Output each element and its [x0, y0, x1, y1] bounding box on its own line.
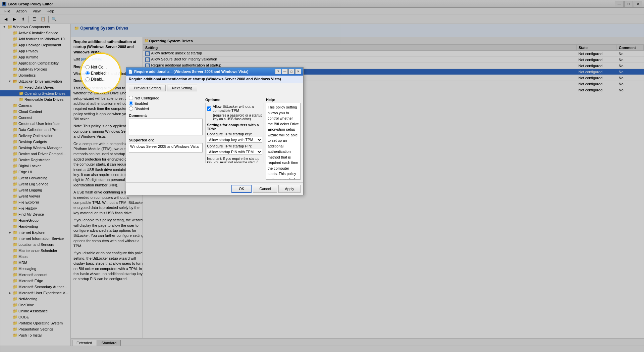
- menu-view[interactable]: View: [30, 8, 43, 14]
- col-setting[interactable]: Setting: [143, 45, 577, 51]
- col-state[interactable]: State: [577, 45, 617, 51]
- tree-item-event-viewer[interactable]: ▶ 📁 Event Viewer: [0, 193, 70, 199]
- col-comment[interactable]: Comment: [617, 45, 644, 51]
- modal-minimize-button[interactable]: —: [282, 69, 288, 74]
- cancel-button[interactable]: Cancel: [253, 185, 277, 193]
- tree-item-file-history[interactable]: ▶ 📁 File History: [0, 205, 70, 211]
- tree-item-app-privacy[interactable]: ▶ 📁 App Privacy: [0, 48, 70, 54]
- tree-item-internet-explorer[interactable]: ▶ 📁 Internet Explorer: [0, 229, 70, 235]
- prev-setting-button[interactable]: Previous Setting: [129, 85, 166, 91]
- forward-button[interactable]: ▶: [10, 15, 18, 23]
- tree-item-oobe[interactable]: ▶ 📁 OOBE: [0, 314, 70, 320]
- tpm-pin-dropdown[interactable]: Allow startup PIN with TPM Require start…: [207, 149, 262, 155]
- tree-item-digital-locker[interactable]: ▶ 📁 Digital Locker: [0, 163, 70, 169]
- tree-root-windows-components[interactable]: ▼ 📁 Windows Components: [0, 24, 70, 30]
- tree-item-app-runtime[interactable]: ▶ 📁 App runtime: [0, 54, 70, 60]
- tree-item-delivery-opt[interactable]: ▶ 📁 Delivery Optimization: [0, 133, 70, 139]
- radio-enabled[interactable]: [129, 101, 133, 105]
- tree-label: File History: [18, 206, 37, 210]
- tree-item-add-features[interactable]: ▶ 📁 Add features to Windows 10: [0, 36, 70, 42]
- tree-item-device-reg[interactable]: ▶ 📁 Device Registration: [0, 157, 70, 163]
- tree-item-os-drives[interactable]: ▶ 📁 Operating System Drives: [0, 90, 70, 96]
- filter-button[interactable]: 🔍: [50, 15, 58, 23]
- policy-setting-link[interactable]: policy setting: [81, 57, 102, 61]
- tab-extended[interactable]: Extended: [72, 340, 96, 346]
- tree-item-edge-ui[interactable]: ▶ 📁 Edge UI: [0, 169, 70, 175]
- tree-item-event-fwd[interactable]: ▶ 📁 Event Forwarding: [0, 175, 70, 181]
- radio-disabled[interactable]: [129, 106, 133, 111]
- tree-item-desktop-window[interactable]: ▶ 📁 Desktop Window Manager: [0, 145, 70, 151]
- radio-not-configured-row[interactable]: Not Configured: [129, 96, 203, 100]
- folder-icon: 📁: [12, 145, 18, 150]
- close-button[interactable]: ✕: [634, 1, 642, 7]
- modal-title-bar: 📄 Require additional a... (Windows Serve…: [126, 68, 303, 76]
- tree-item-netmeeting[interactable]: ▶ 📁 NetMeeting: [0, 296, 70, 302]
- tree-item-data-collection[interactable]: ▶ 📁 Data Collection and Pre...: [0, 127, 70, 133]
- radio-enabled-row[interactable]: Enabled: [129, 101, 203, 105]
- tree-item-internet-info[interactable]: ▶ 📁 Internet Information Service: [0, 235, 70, 241]
- tree-item-autoplay[interactable]: ▶ 📁 AutoPlay Policies: [0, 66, 70, 72]
- tree-label: Location and Sensors: [18, 243, 54, 247]
- tree-item-app-compat[interactable]: ▶ 📁 Application Compatibility: [0, 60, 70, 66]
- up-button[interactable]: ⬆: [19, 15, 27, 23]
- tree-item-find-my-device[interactable]: ▶ 📁 Find My Device: [0, 211, 70, 217]
- tpm-startup-dropdown[interactable]: Allow startup key with TPM Require start…: [207, 137, 262, 143]
- bitlocker-checkbox-row[interactable]: Allow BitLocker without a compatible TPM: [207, 104, 262, 113]
- tree-item-file-explorer[interactable]: ▶ 📁 File Explorer: [0, 199, 70, 205]
- maximize-button[interactable]: □: [624, 1, 633, 7]
- tree-item-mdm[interactable]: ▶ 📁 MDM: [0, 260, 70, 266]
- table-row[interactable]: 📄Allow network unlock at startup Not con…: [143, 51, 644, 57]
- tree-item-fixed-data[interactable]: ▶ 📁 Fixed Data Drives: [0, 84, 70, 90]
- tree-item-activex[interactable]: ▶ 📁 ActiveX Installer Service: [0, 30, 70, 36]
- modal-maximize-button[interactable]: □: [288, 69, 294, 74]
- tree-item-ms-secondary[interactable]: ▶ 📁 Microsoft Secondary Auther...: [0, 284, 70, 290]
- modal-close-button[interactable]: ✕: [295, 69, 301, 74]
- tree-item-handwriting[interactable]: ▶ 📁 Handwriting: [0, 223, 70, 229]
- expand-icon: ▼: [7, 79, 12, 84]
- tree-item-biometrics[interactable]: ▶ 📁 Biometrics: [0, 72, 70, 78]
- tree-item-online-assist[interactable]: ▶ 📁 Online Assistance: [0, 308, 70, 314]
- radio-not-configured[interactable]: [129, 96, 133, 100]
- tree-item-location-sensors[interactable]: ▶ 📁 Location and Sensors: [0, 241, 70, 248]
- tree-item-credential-ui[interactable]: ▶ 📁 Credential User Interface: [0, 121, 70, 127]
- menu-help[interactable]: Help: [44, 8, 57, 14]
- properties-button[interactable]: 📋: [39, 15, 47, 23]
- tree-item-connect[interactable]: ▶ 📁 Connect: [0, 115, 70, 121]
- tab-standard[interactable]: Standard: [97, 340, 121, 346]
- tree-item-event-log[interactable]: ▶ 📁 Event Log Service: [0, 181, 70, 187]
- tree-item-ms-account[interactable]: ▶ 📁 Microsoft account: [0, 272, 70, 278]
- modal-help-button[interactable]: ?: [275, 69, 281, 74]
- next-setting-button[interactable]: Next Setting: [167, 85, 197, 91]
- tree-item-camera[interactable]: ▶ 📁 Camera: [0, 102, 70, 108]
- minimize-button[interactable]: —: [615, 1, 624, 7]
- tree-item-desktop-gadgets[interactable]: ▶ 📁 Desktop Gadgets: [0, 139, 70, 145]
- tree-item-event-logging[interactable]: ▶ 📁 Event Logging: [0, 187, 70, 193]
- tree-item-homegroup[interactable]: ▶ 📁 HomeGroup: [0, 217, 70, 223]
- comment-textarea[interactable]: [129, 119, 203, 135]
- back-button[interactable]: ◀: [2, 15, 10, 23]
- radio-disabled-row[interactable]: Disabled: [129, 106, 203, 111]
- menu-file[interactable]: File: [2, 8, 13, 14]
- tree-item-removable[interactable]: ▶ 📁 Removable Data Drives: [0, 96, 70, 102]
- tree-item-bitlocker[interactable]: ▼ 📂 BitLocker Drive Encryption: [0, 78, 70, 84]
- bitlocker-no-tpm-checkbox[interactable]: [207, 106, 211, 111]
- tree-item-cloud-content[interactable]: ▶ 📁 Cloud Content: [0, 108, 70, 115]
- table-row[interactable]: 📄Allow Secure Boot for integrity validat…: [143, 57, 644, 63]
- tree-item-push-to-install[interactable]: ▶ 📁 Push To Install: [0, 332, 70, 338]
- tree-item-presentation[interactable]: ▶ 📁 Presentation Settings: [0, 326, 70, 332]
- tree-item-messaging[interactable]: ▶ 📁 Messaging: [0, 266, 70, 272]
- tree-item-onedrive[interactable]: ▶ 📁 OneDrive: [0, 302, 70, 308]
- tree-item-ms-user-exp[interactable]: ▶ 📁 Microsoft User Experience V...: [0, 290, 70, 296]
- apply-button[interactable]: Apply: [278, 185, 301, 193]
- tree-item-device-driver[interactable]: ▶ 📁 Device and Driver Compati...: [0, 151, 70, 157]
- modal-dialog: 📄 Require additional a... (Windows Serve…: [126, 67, 304, 195]
- tree-item-portable-os[interactable]: ▶ 📁 Portable Operating System: [0, 320, 70, 326]
- menu-action[interactable]: Action: [14, 8, 30, 14]
- show-hide-button[interactable]: ☰: [30, 15, 38, 23]
- ok-button[interactable]: OK: [231, 185, 252, 193]
- tree-item-ms-edge[interactable]: ▶ 📁 Microsoft Edge: [0, 278, 70, 284]
- tree-item-maint-sched[interactable]: ▶ 📁 Maintenance Scheduler: [0, 248, 70, 254]
- tree-item-app-package[interactable]: ▶ 📁 App Package Deployment: [0, 42, 70, 48]
- tree-label: Microsoft account: [18, 273, 47, 277]
- tree-item-maps[interactable]: ▶ 📁 Maps: [0, 254, 70, 260]
